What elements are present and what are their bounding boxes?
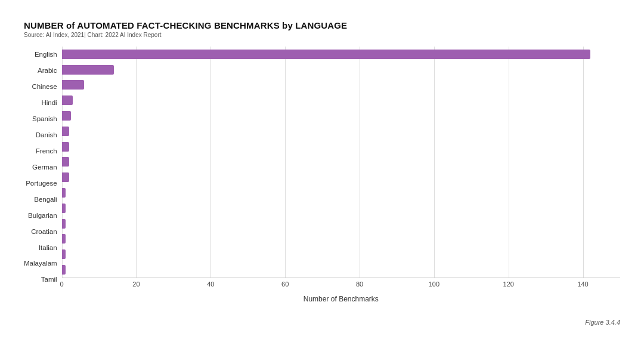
y-label: Tamil	[24, 272, 57, 287]
bar	[62, 188, 66, 198]
chart-container: NUMBER of AUTOMATED FACT-CHECKING BENCHM…	[12, 8, 632, 331]
y-label: Hindi	[24, 95, 57, 110]
bar	[62, 65, 114, 75]
bar	[62, 95, 73, 105]
bar-row	[62, 201, 620, 216]
bars-and-grid	[62, 47, 620, 278]
y-label: English	[24, 47, 57, 62]
plot-area: 020406080100120140 Number of Benchmarks	[62, 47, 620, 303]
bar	[62, 265, 66, 275]
y-label: German	[24, 159, 57, 175]
y-label: Chinese	[24, 79, 57, 94]
bar-row	[62, 232, 620, 247]
x-tick-label: 140	[577, 281, 588, 288]
bar-row	[62, 78, 620, 93]
x-tick-label: 0	[60, 281, 64, 288]
x-tick-label: 100	[429, 281, 439, 288]
chart-area: EnglishArabicChineseHindiSpanishDanishFr…	[24, 47, 620, 303]
bar	[62, 111, 72, 121]
figure-label: Figure 3.4.4	[585, 319, 620, 326]
bar-row	[62, 246, 620, 262]
bar-row	[62, 185, 620, 201]
bar	[62, 249, 66, 259]
x-tick-label: 120	[503, 281, 514, 288]
y-label: Malayalam	[24, 255, 57, 271]
x-axis-title: Number of Benchmarks	[62, 295, 620, 303]
y-label: French	[24, 143, 57, 159]
y-label: Spanish	[24, 111, 57, 127]
x-axis-labels: 020406080100120140	[62, 278, 620, 294]
y-label: Italian	[24, 240, 57, 255]
y-label: Portugese	[24, 175, 57, 191]
y-label: Arabic	[24, 63, 57, 78]
x-tick-label: 40	[207, 281, 214, 288]
bar-row	[62, 155, 620, 170]
bar	[62, 50, 590, 59]
bars-wrapper	[62, 47, 620, 278]
bar	[62, 127, 69, 136]
bar-row	[62, 216, 620, 232]
y-axis-labels: EnglishArabicChineseHindiSpanishDanishFr…	[24, 47, 62, 303]
x-tick-label: 20	[132, 281, 140, 288]
bar-row	[62, 93, 620, 108]
bar	[62, 142, 69, 152]
bar	[62, 157, 69, 167]
bar-row	[62, 262, 620, 278]
bar-row	[62, 47, 620, 62]
bar	[62, 219, 66, 229]
bar-row	[62, 108, 620, 124]
chart-source: Source: AI Index, 2021| Chart: 2022 AI I…	[24, 32, 620, 38]
bar	[62, 204, 66, 213]
bar-row	[62, 62, 620, 78]
bar-row	[62, 170, 620, 185]
bar	[62, 80, 84, 90]
y-label: Danish	[24, 127, 57, 143]
chart-title: NUMBER of AUTOMATED FACT-CHECKING BENCHM…	[24, 20, 620, 30]
y-label: Bengali	[24, 192, 57, 207]
bar	[62, 234, 66, 244]
y-label: Croatian	[24, 224, 57, 239]
bar-row	[62, 124, 620, 139]
y-label: Bulgarian	[24, 208, 57, 223]
bar	[62, 172, 69, 182]
bar-row	[62, 139, 620, 155]
x-tick-label: 60	[281, 281, 289, 288]
x-tick-label: 80	[356, 281, 363, 288]
